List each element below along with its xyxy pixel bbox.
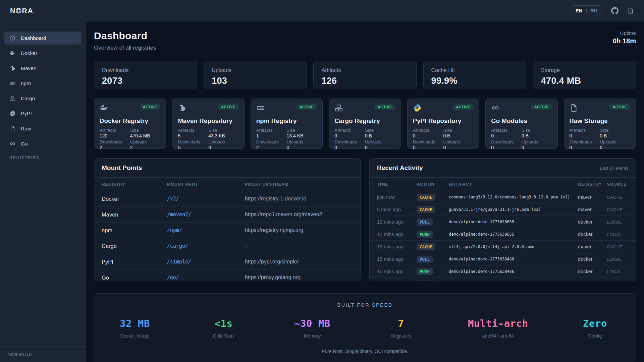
stat-card: Downloads 2073: [94, 61, 197, 89]
uptime-value: 0h 18m: [613, 37, 636, 45]
file-icon: [9, 125, 16, 132]
registry-card-npm: ACTIVE npm Registry Artifacts1 Size13.4 …: [251, 99, 323, 149]
field-value: 0: [491, 145, 522, 150]
registry-card-title: PyPI Repository: [413, 117, 474, 125]
registry-cards-row: ACTIVE Docker Registry Artifacts120 Size…: [94, 99, 636, 149]
speed-stat-label: amd64 / arm64: [468, 333, 528, 339]
sidebar-item-maven[interactable]: Maven: [4, 62, 82, 75]
uptime-label: Uptime: [613, 30, 636, 36]
speed-stat-value: <1s: [202, 318, 245, 329]
field-value: 470.4 MB: [130, 133, 161, 138]
speed-stat-value: 32 MB: [113, 318, 157, 329]
time-cell: 12 mins ago: [377, 219, 417, 225]
field-label: Downloads: [178, 139, 208, 144]
field-value: 0 B: [522, 133, 552, 138]
table-row: 15 mins ago CACHE chalk npm CACHE: [370, 278, 636, 281]
home-icon: [9, 35, 16, 41]
speed-stat-label: Registries: [379, 333, 423, 339]
field-label: Artifacts: [334, 128, 365, 133]
registry-cell: docker: [578, 219, 607, 225]
field-label: Size: [130, 128, 161, 133]
python-icon: [413, 104, 422, 114]
sidebar-section-registries: REGISTRIES: [9, 156, 76, 160]
app-version: Nora v0.5.0: [0, 346, 86, 362]
field-label: Size: [365, 128, 395, 133]
table-row: 12 mins ago PUSH demo/alpine:demo-177563…: [370, 228, 636, 241]
page-subtitle: Overview of all registries: [94, 45, 156, 51]
field-label: Uploads: [130, 139, 161, 144]
table-row: Cargo /cargo/ -: [94, 238, 360, 254]
artifact-cell: guava/31.1-jre/guava-31.1-jre.pom (x2): [449, 207, 578, 212]
speed-stat-value: Multi-arch: [468, 318, 528, 329]
mount-path-cell: /simple/: [167, 259, 245, 265]
mount-path-cell: /v2/: [167, 196, 245, 202]
status-badge: ACTIVE: [296, 104, 317, 110]
sidebar-item-go[interactable]: Go: [4, 137, 82, 150]
lang-ru-button[interactable]: RU: [590, 8, 597, 13]
upstream-cell: https://pypi.org/simple/: [245, 259, 353, 265]
field-value: 0: [600, 145, 630, 150]
field-value: 0: [443, 145, 474, 150]
field-label: Artifacts: [570, 128, 600, 133]
speed-stat: ~30 MB Memory: [290, 318, 334, 339]
app-logo: NORA: [10, 7, 34, 15]
registry-card-title: Docker Registry: [100, 117, 160, 125]
sidebar-item-dashboard[interactable]: Dashboard: [4, 32, 82, 45]
panel-title: Recent Activity: [377, 164, 423, 172]
table-row: PyPI /simple/ https://pypi.org/simple/: [94, 254, 360, 270]
status-badge: ACTIVE: [374, 104, 395, 110]
speed-stat: Multi-arch amd64 / arm64: [468, 318, 528, 339]
sidebar-item-pypi[interactable]: PyPI: [4, 107, 82, 120]
registry-card-raw: ACTIVE Raw Storage Artifacts0 Size0 B Do…: [564, 99, 636, 149]
field-value: 43.3 KB: [208, 133, 239, 138]
table-header: TIME ACTION ARTIFACT REGISTRY SOURCE: [370, 178, 636, 191]
registry-card-pypi: ACTIVE PyPI Repository Artifacts0 Size0 …: [407, 99, 479, 149]
go-icon: [491, 104, 500, 114]
speed-stat-label: Docker Image: [113, 333, 157, 339]
table-header: REGISTRY MOUNT PATH PROXY UPSTREAM: [94, 178, 360, 191]
npm-icon: [9, 80, 16, 86]
field-label: Artifacts: [256, 128, 287, 133]
speed-stats-row: 32 MB Docker Image <1s Cold Start ~30 MB…: [113, 318, 617, 339]
language-switcher[interactable]: EN | RU: [571, 5, 602, 16]
npm-icon: [256, 104, 265, 114]
artifact-cell: demo/alpine:demo-1775638486: [449, 257, 578, 261]
field-value: 0: [570, 133, 600, 138]
field-value: 120: [100, 133, 130, 138]
sidebar-item-raw[interactable]: Raw: [4, 122, 82, 135]
column-header: REGISTRY: [578, 182, 607, 187]
field-label: Uploads: [208, 139, 239, 144]
registry-cell: docker: [578, 269, 607, 274]
github-icon[interactable]: [611, 7, 619, 14]
registry-cell: Docker: [102, 196, 167, 202]
field-value: 0: [334, 133, 365, 138]
sidebar-item-npm[interactable]: npm: [4, 77, 82, 90]
speed-stat: Zero Config: [573, 318, 617, 339]
stat-card: Artifacts 126: [313, 61, 416, 89]
lang-en-button[interactable]: EN: [576, 8, 582, 13]
field-value: 0: [365, 145, 395, 150]
field-label: Uploads: [287, 139, 317, 144]
field-value: 5: [178, 133, 208, 138]
action-badge: CACHE: [417, 281, 435, 281]
action-badge: CACHE: [417, 243, 435, 250]
registry-cell: npm: [102, 227, 167, 234]
mount-points-panel: Mount Points REGISTRY MOUNT PATH PROXY U…: [94, 158, 361, 281]
field-label: Size: [443, 128, 474, 133]
speed-title: BUILT FOR SPEED: [113, 302, 617, 308]
field-label: Artifacts: [178, 128, 208, 133]
docs-icon[interactable]: [627, 7, 634, 14]
column-header: REGISTRY: [102, 182, 167, 187]
field-label: Artifacts: [491, 128, 522, 133]
sidebar-item-docker[interactable]: Docker: [4, 47, 82, 60]
sidebar-item-cargo[interactable]: Cargo: [4, 92, 82, 105]
speed-stat: <1s Cold Start: [202, 318, 245, 339]
upstream-cell: -: [245, 243, 353, 249]
time-cell: 12 mins ago: [377, 232, 417, 237]
table-row: Docker /v2/ https://registry-1.docker.io: [94, 191, 360, 207]
upstream-cell: https://proxy.golang.org: [245, 275, 353, 281]
registry-card-go: ACTIVE Go Modules Artifacts0 Size0 B Dow…: [485, 99, 557, 149]
stat-label: Storage: [541, 67, 628, 73]
globe-icon: [178, 104, 186, 114]
action-badge: CACHE: [417, 206, 435, 213]
